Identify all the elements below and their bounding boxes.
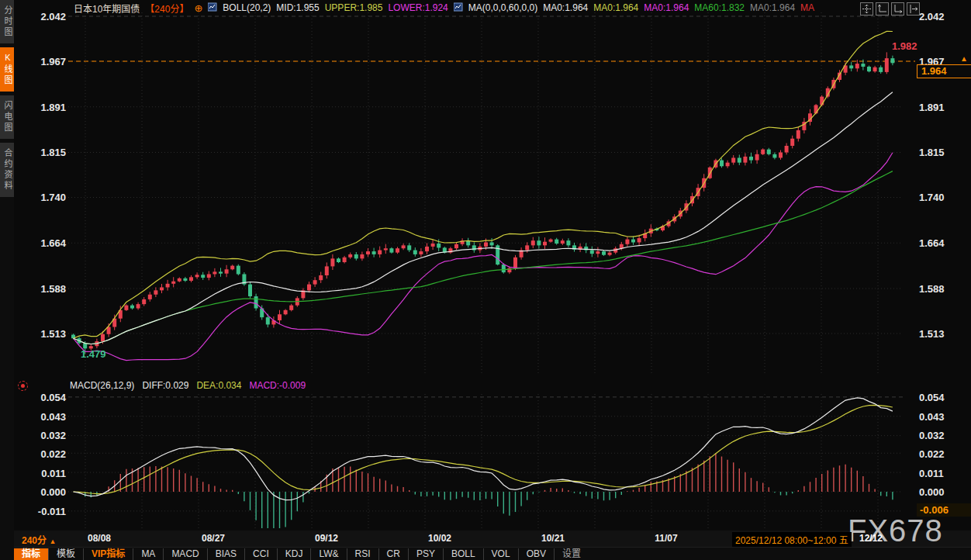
- candle-body: [360, 254, 364, 258]
- price-label-left: 1.588: [23, 283, 66, 295]
- candle-body: [178, 278, 181, 282]
- candle-body: [142, 299, 146, 304]
- price-label-right: 1.891: [919, 102, 945, 113]
- scale-time-axis-icon[interactable]: [891, 2, 904, 16]
- candle-body: [330, 258, 334, 266]
- scale-price-axis-icon[interactable]: [876, 2, 889, 16]
- toolbar-item-vip-indicator[interactable]: VIP指标: [84, 548, 133, 560]
- high-price-marker: 1.982: [892, 40, 917, 52]
- price-label-right: 1.740: [919, 192, 945, 203]
- candle-body: [425, 247, 429, 251]
- toolbar-item-rsi[interactable]: RSI: [347, 548, 379, 560]
- last-bar-date: 12/12: [859, 533, 883, 544]
- candle-body: [201, 275, 205, 278]
- candle-body: [248, 285, 252, 296]
- candle-body: [743, 157, 747, 163]
- x-axis-date: 11/07: [655, 533, 677, 544]
- ma-group-label: MA(0,0,0,60,0,0): [468, 2, 537, 13]
- candle-body: [413, 251, 417, 254]
- candle-body: [873, 67, 877, 71]
- latest-price-arrow-icon[interactable]: ▲: [960, 54, 968, 63]
- candle-body: [230, 266, 234, 270]
- candle-body: [148, 295, 152, 299]
- macd-diff-value: DIFF:0.029: [142, 380, 188, 391]
- toolbar-item-cci[interactable]: CCI: [245, 548, 278, 560]
- sidebar-tab-candlestick[interactable]: K线图: [0, 47, 14, 92]
- shift-right-icon[interactable]: [907, 2, 920, 16]
- candle-body: [431, 244, 435, 247]
- candle-body: [389, 248, 393, 252]
- toolbar-item-lw[interactable]: LW&: [311, 548, 347, 560]
- candle-body: [590, 251, 594, 254]
- sidebar: 分时图 K线图 闪电图 合约资料: [0, 0, 14, 560]
- candle-body: [596, 251, 600, 254]
- macd-label-right: 0.022: [919, 448, 945, 460]
- macd-label-left: 0.022: [23, 448, 66, 460]
- candle-body: [101, 334, 105, 341]
- candle-body: [879, 67, 883, 72]
- candle-body: [171, 282, 175, 284]
- sidebar-tab-timeline[interactable]: 分时图: [0, 0, 14, 43]
- candle-body: [755, 154, 759, 161]
- boll-chart-icon[interactable]: [208, 2, 217, 14]
- candle-body: [779, 153, 783, 158]
- macd-header: MACD(26,12,9) DIFF:0.029 DEA:0.034 MACD:…: [70, 380, 306, 391]
- toolbar-item-obv[interactable]: OBV: [519, 548, 555, 560]
- toolbar-item-bias[interactable]: BIAS: [208, 548, 245, 560]
- toolbar-item-boll[interactable]: BOLL: [444, 548, 484, 560]
- indicator-dot-icon[interactable]: [18, 381, 28, 391]
- candle-body: [237, 266, 240, 275]
- candle-body: [307, 285, 311, 291]
- macd-label-right: 0.043: [919, 411, 945, 423]
- candle-body: [319, 275, 323, 280]
- candle-body: [537, 240, 541, 245]
- toolbar-item-psy[interactable]: PSY: [409, 548, 444, 560]
- session-timestamp: 2025/12/12 08:00~12:00 五: [732, 532, 852, 547]
- period-up-arrow-icon: ▲: [49, 538, 56, 545]
- candle-body: [490, 242, 494, 245]
- candle-body: [608, 253, 612, 255]
- candle-body: [602, 251, 606, 255]
- macd-label-right: 0.032: [919, 430, 945, 441]
- ma-chart-icon[interactable]: [454, 2, 463, 14]
- candle-body: [484, 242, 488, 246]
- toolbar-item-vol[interactable]: VOL: [484, 548, 519, 560]
- toolbar-item-cr[interactable]: CR: [379, 548, 409, 560]
- macd-label-left: 0.054: [23, 392, 66, 403]
- candle-body: [254, 296, 258, 308]
- toolbar-item-indicator[interactable]: 指标: [14, 548, 49, 560]
- candle-body: [796, 130, 800, 139]
- statusbar-period[interactable]: 240分 ▲: [22, 533, 56, 546]
- period-tag[interactable]: 【240分】: [145, 2, 188, 15]
- candle-body: [284, 310, 288, 314]
- candle-body: [219, 271, 223, 273]
- toolbar-item-settings[interactable]: 设置: [555, 548, 589, 560]
- candle-body: [378, 251, 382, 254]
- sidebar-tab-lightning[interactable]: 闪电图: [0, 95, 14, 139]
- chart-canvas[interactable]: [0, 0, 971, 560]
- macd-label-right: 0.054: [919, 392, 945, 403]
- candle-body: [437, 244, 441, 247]
- candle-body: [419, 251, 423, 254]
- candle-body: [325, 266, 329, 275]
- ma-value-2: MA0:1.964: [593, 2, 638, 13]
- candle-body: [266, 317, 270, 324]
- candle-body: [454, 244, 458, 248]
- candle-body: [207, 274, 211, 278]
- candle-body: [761, 150, 765, 154]
- toolbar-item-macd[interactable]: MACD: [164, 548, 207, 560]
- candle-body: [849, 65, 853, 68]
- candle-body: [790, 139, 794, 146]
- toolbar-item-kdj[interactable]: KDJ: [278, 548, 312, 560]
- statusbar: 240分 ▲ 08/08 08/27 09/12 10/02 10/21 11/…: [14, 531, 971, 547]
- chart-tools: [860, 2, 920, 16]
- plus-icon[interactable]: ⊕: [194, 2, 202, 14]
- candle-body: [343, 258, 347, 262]
- candle-body: [785, 146, 789, 153]
- toolbar-item-template[interactable]: 模板: [49, 548, 84, 560]
- pan-tool-icon[interactable]: [860, 2, 873, 16]
- candle-body: [502, 264, 506, 272]
- candle-body: [183, 278, 187, 281]
- toolbar-item-ma[interactable]: MA: [133, 548, 164, 560]
- sidebar-tab-contract-info[interactable]: 合约资料: [0, 143, 14, 197]
